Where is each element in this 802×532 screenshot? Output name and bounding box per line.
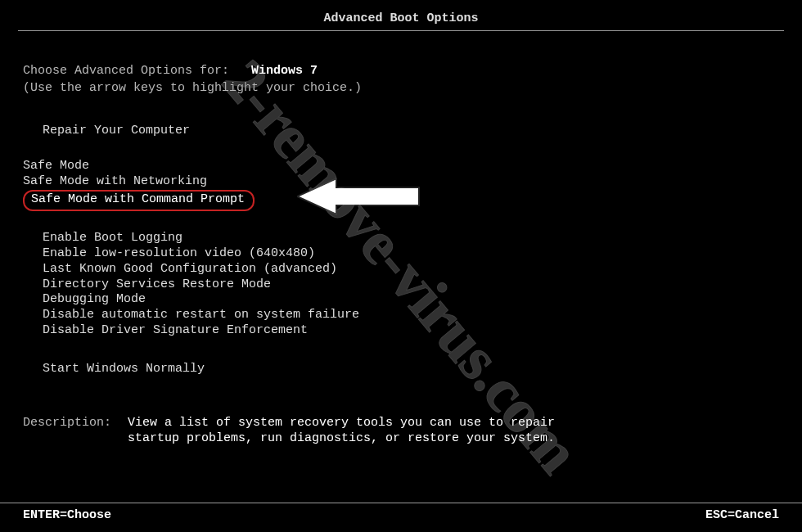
menu-item-start-normally[interactable]: Start Windows Normally <box>43 362 779 377</box>
prompt-text: Choose Advanced Options for: <box>23 64 229 78</box>
menu-item-ds-restore[interactable]: Directory Services Restore Mode <box>43 277 779 293</box>
menu-item-debugging[interactable]: Debugging Mode <box>43 292 779 308</box>
menu-group-safemode: Safe Mode Safe Mode with Networking Safe… <box>23 159 779 211</box>
menu-item-safe-mode-networking[interactable]: Safe Mode with Networking <box>23 174 779 190</box>
menu-item-boot-logging[interactable]: Enable Boot Logging <box>43 231 779 246</box>
menu-item-safe-mode[interactable]: Safe Mode <box>23 159 779 174</box>
hint-text: (Use the arrow keys to highlight your ch… <box>23 81 779 97</box>
description-label: Description: <box>23 416 111 447</box>
menu-item-safe-mode-cmd-wrapper[interactable]: Safe Mode with Command Prompt <box>23 190 779 212</box>
description-block: Description: View a list of system recov… <box>23 416 779 447</box>
menu-item-repair[interactable]: Repair Your Computer <box>43 124 779 139</box>
menu-item-safe-mode-cmd[interactable]: Safe Mode with Command Prompt <box>23 190 255 212</box>
footer-bar: ENTER=Choose ESC=Cancel <box>0 503 802 524</box>
menu-group-advanced: Enable Boot Logging Enable low-resolutio… <box>43 231 779 338</box>
boot-screen: Advanced Boot Options Choose Advanced Op… <box>0 0 802 532</box>
menu-group-normal: Start Windows Normally <box>43 362 779 377</box>
menu-group-repair: Repair Your Computer <box>43 124 779 139</box>
footer-esc: ESC=Cancel <box>705 508 779 524</box>
footer-enter: ENTER=Choose <box>23 508 111 524</box>
description-text: View a list of system recovery tools you… <box>128 416 586 447</box>
menu-item-disable-driver-sig[interactable]: Disable Driver Signature Enforcement <box>43 323 779 339</box>
menu-item-last-known-good[interactable]: Last Known Good Configuration (advanced) <box>43 262 779 277</box>
page-title: Advanced Boot Options <box>0 0 802 30</box>
content-area: Choose Advanced Options for: Windows 7 (… <box>0 31 802 447</box>
os-name: Windows 7 <box>251 64 318 78</box>
prompt-line: Choose Advanced Options for: Windows 7 <box>23 64 779 79</box>
menu-item-disable-auto-restart[interactable]: Disable automatic restart on system fail… <box>43 308 779 323</box>
menu-item-low-res[interactable]: Enable low-resolution video (640x480) <box>43 246 779 262</box>
